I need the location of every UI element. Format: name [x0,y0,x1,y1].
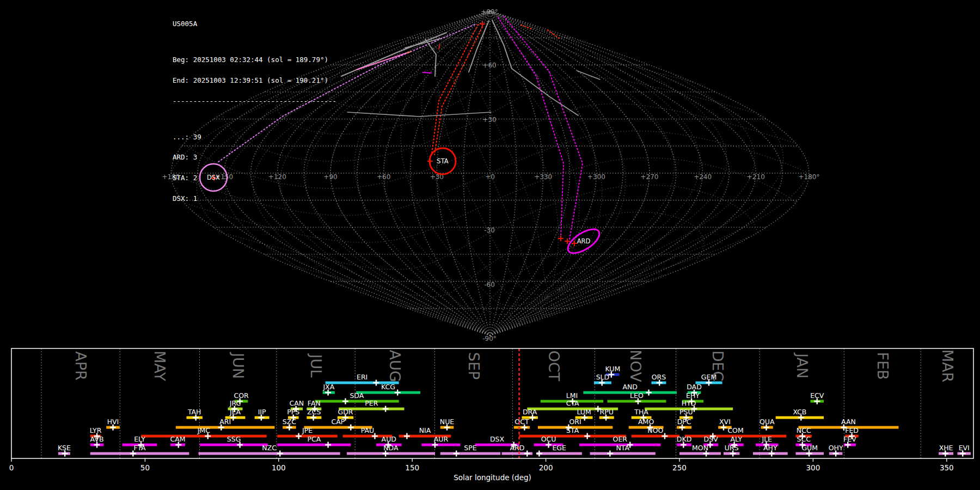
shower-code: AMO [638,418,654,426]
shower-code: ZCS [307,408,321,416]
shower-code: DPC [677,418,691,426]
month-label: JAN [794,352,811,378]
shower-code: URS [725,444,739,452]
count-sta: STA: 2 [173,175,336,182]
shower-JXA: JXA [322,383,334,396]
month-label: JUL [308,353,324,378]
axis-tick-label: 50 [140,463,150,472]
shower-EVI: EVI [957,444,971,457]
meteor-track [504,16,583,240]
month-label: JUN [230,352,247,379]
shower-KSE: KSE [58,444,71,457]
lon-label: +180° [799,173,820,181]
count-ard: ARD: 3 [173,154,336,161]
x-axis-title: Solar longitude (deg) [454,473,531,482]
peak-marker [296,433,302,439]
shower-code: LUM [577,408,591,416]
peak-marker [325,442,331,448]
shower-code: SCC [797,435,811,443]
shower-bar [590,452,656,455]
shower-code: AUR [434,435,449,443]
sky-map: +90°+60+30-30-60-90°+180+150+120+90+60+3… [0,0,980,346]
lat-label: +60 [482,62,496,69]
peak-marker [342,399,348,405]
axis-tick-label: 300 [806,463,820,472]
shower-code: PAU [361,426,374,434]
axis-tick-label: 0 [9,463,14,472]
shower-code: DRA [523,408,537,416]
shower-code: AUD [382,435,396,443]
shower-code: FEV [843,435,856,443]
shower-code: SDA [350,391,364,400]
shower-NUE: NUE [440,418,454,431]
lon-label: +240 [694,173,712,181]
shower-code: FTA [133,444,146,452]
meteor-track [498,17,564,237]
shower-bar [679,452,721,455]
radiant-label: STA [437,157,448,165]
shower-code: OER [613,435,628,443]
shower-bars: KUMERISLDORSGEMJXAKCGANDDADCORSDALMILEOE… [58,365,971,457]
shower-code: IIP [258,408,266,416]
shower-code: FAN [308,399,321,407]
shower-code: EVI [959,444,970,452]
meteor-trail [512,69,578,115]
lat-label: +90° [481,8,498,16]
peak-marker [646,390,652,396]
shower-OHY: OHY [829,444,843,457]
shower-ARI: ARI [176,418,275,431]
peak-marker [277,451,283,457]
shower-code: KCG [381,383,395,391]
shower-code: PER [365,399,378,407]
lon-label: +270 [641,173,659,181]
shower-code: LYR [90,426,102,434]
activity-timeline: APRMAYJUNJULAUGSEPOCTNOVDECJANFEBMARKUME… [0,346,980,490]
shower-XCB: XCB [776,408,824,421]
shower-DPC: DPC [677,418,691,431]
shower-code: COR [234,391,249,400]
shower-code: SLD [596,373,610,381]
shower-code: CTA [566,399,579,407]
shower-code: NOO [647,426,663,434]
lat-label: -60 [484,281,495,289]
shower-ORS: ORS [651,373,666,386]
x-axis: 050100150200250300350Solar longitude (de… [9,458,954,482]
shower-code: THA [634,408,648,416]
peak-marker [524,451,530,457]
shower-bar [141,435,267,438]
peak-marker [584,433,590,439]
shower-bar [536,452,581,455]
lon-label: +210 [747,173,765,181]
shower-code: NCC [797,426,811,434]
shower-SZC: SZC [283,418,296,431]
peak-marker [454,451,460,457]
lat-label: -90° [482,335,497,342]
shower-code: NIA [419,426,431,434]
month-label: FEB [874,352,891,379]
axis-tick-label: 100 [272,463,286,472]
month-label: SEP [465,352,482,379]
begin-time: Beg: 20251003 02:32:44 (sol = 189.79°) [173,57,336,64]
count-sporadic: ...: 39 [173,134,336,141]
axis-tick-label: 150 [405,463,419,472]
peak-marker [607,451,613,457]
month-label: MAR [939,350,956,383]
month-label: APR [72,351,89,381]
station-id: US005A [173,21,336,28]
month-label: MAY [151,351,168,382]
plus-marker [558,236,564,241]
shower-code: TAH [187,408,201,416]
shower-bar [176,426,275,429]
meteor-trail [347,112,491,117]
peak-marker [404,433,410,439]
axis-tick-label: 350 [940,463,954,472]
shower-bar [277,444,351,446]
month-label: OCT [546,351,562,382]
shower-code: JPE [302,426,313,434]
shower-code: RPU [600,408,614,416]
axis-tick-label: 250 [672,463,687,472]
meteor-trails [341,20,600,117]
shower-TAH: TAH [186,408,202,421]
shower-code: DSX [490,435,505,443]
shower-code: XCB [793,408,806,416]
